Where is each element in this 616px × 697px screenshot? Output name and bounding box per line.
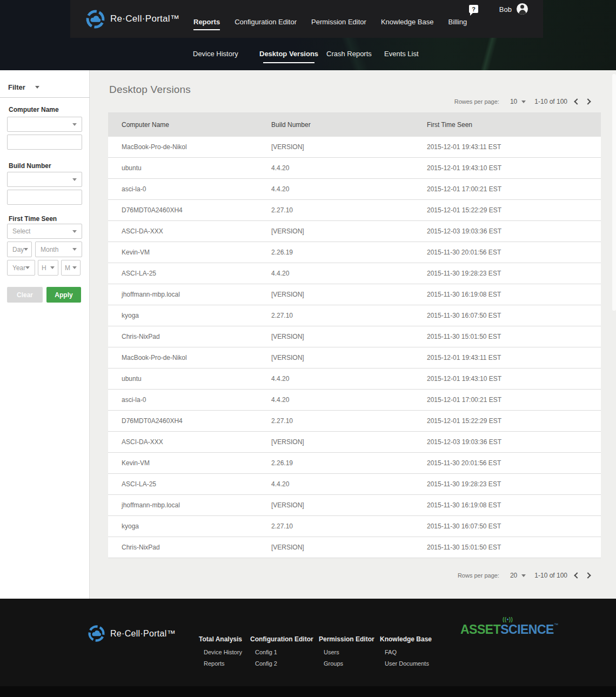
table-cell: 2015-12-01 15:22:29 EST (427, 417, 601, 425)
subnav-item-desktop-versions[interactable]: Desktop Versions (259, 50, 318, 58)
footer-link-reports[interactable]: Reports (204, 660, 242, 667)
table-row[interactable]: kyoga2.27.102015-11-30 16:07:50 EST (108, 516, 601, 537)
subnav-item-device-history[interactable]: Device History (193, 50, 238, 58)
table-cell: 4.4.20 (271, 375, 427, 383)
computer-name-input[interactable] (7, 135, 82, 150)
subnav-item-crash-reports[interactable]: Crash Reports (326, 50, 372, 58)
scrollbar[interactable] (612, 74, 616, 311)
table-row[interactable]: ASCI-LA-254.4.202015-11-30 19:28:23 EST (108, 474, 601, 495)
table-cell: 2015-11-30 20:01:56 EST (427, 249, 601, 256)
header-bar: Re·Cell·Portal™ ReportsConfiguration Edi… (70, 0, 543, 38)
brand[interactable]: Re·Cell·Portal™ (85, 9, 179, 29)
nav-item-billing[interactable]: Billing (448, 18, 467, 30)
table-cell: 2015-12-01 17:00:21 EST (427, 396, 601, 404)
table-cell: MacBook-Pro-de-Nikol (108, 354, 271, 361)
month-select[interactable]: Month (35, 242, 82, 257)
table-cell: 4.4.20 (271, 396, 427, 404)
table-row[interactable]: Chris-NixPad[VERSION]2015-11-30 15:01:50… (108, 537, 601, 558)
day-select[interactable]: Day (7, 242, 32, 257)
clear-button[interactable]: Clear (7, 287, 43, 303)
app: Re·Cell·Portal™ ReportsConfiguration Edi… (0, 0, 616, 697)
subnav-item-events-list[interactable]: Events List (384, 50, 419, 58)
table-row[interactable]: ubuntu4.4.202015-12-01 19:43:10 EST (108, 368, 601, 390)
table-cell: Chris-NixPad (108, 333, 271, 340)
column-header-first-time-seen[interactable]: First Time Seen (427, 121, 601, 129)
footer-link-user-documents[interactable]: User Documents (385, 660, 432, 667)
table-row[interactable]: asci-la-04.4.202015-12-01 17:00:21 EST (108, 179, 601, 200)
previous-page-button[interactable] (574, 98, 580, 104)
table-cell: 2015-12-01 15:22:29 EST (427, 206, 601, 214)
minute-select-value: M (65, 264, 70, 272)
table-cell: 2.26.19 (271, 459, 427, 467)
rows-per-page-select[interactable]: 20 (510, 572, 526, 579)
filter-title: Filter (8, 83, 25, 91)
first-time-seen-select[interactable]: Select (7, 224, 82, 239)
footer-link-users[interactable]: Users (324, 649, 374, 655)
assetscience-logo: ((•)) ASSETSCIENCE™ (460, 622, 558, 637)
table-row[interactable]: MacBook-Pro-de-Nikol[VERSION]2015-12-01 … (108, 137, 601, 158)
user-name[interactable]: Bob (499, 5, 512, 14)
antenna-icon: ((•)) (503, 616, 513, 622)
avatar[interactable] (517, 3, 528, 15)
rows-per-page-select[interactable]: 10 (510, 98, 526, 105)
table-row[interactable]: Kevin-VM2.26.192015-11-30 20:01:56 EST (108, 242, 601, 263)
table-row[interactable]: ASCI-DA-XXX[VERSION]2015-12-03 19:03:36 … (108, 432, 601, 453)
nav-item-knowledge-base[interactable]: Knowledge Base (381, 18, 434, 30)
table-cell: 2015-12-03 19:03:36 EST (427, 438, 601, 446)
main-content: Desktop Versions Rowes per page: 10 1-10… (90, 70, 616, 599)
table-row[interactable]: D76MDT0A2460XH42.27.102015-12-01 15:22:2… (108, 411, 601, 432)
rows-per-page-label: Rows per page: (458, 572, 499, 579)
year-select[interactable]: Year (7, 260, 35, 276)
build-number-select[interactable] (7, 172, 82, 187)
hour-select[interactable]: H (38, 260, 58, 276)
filter-header[interactable]: Filter (8, 83, 39, 91)
table-row[interactable]: Chris-NixPad[VERSION]2015-11-30 15:01:50… (108, 326, 601, 347)
table-cell: 2.27.10 (271, 522, 427, 530)
table-cell: 4.4.20 (271, 164, 427, 172)
nav-item-configuration-editor[interactable]: Configuration Editor (235, 18, 297, 30)
table-row[interactable]: asci-la-04.4.202015-12-01 17:00:21 EST (108, 390, 601, 411)
minute-select[interactable]: M (61, 260, 81, 276)
footer-link-config-1[interactable]: Config 1 (255, 649, 313, 655)
table-row[interactable]: jhoffmann-mbp.local[VERSION]2015-11-30 1… (108, 284, 601, 305)
table-row[interactable]: ubuntu4.4.202015-12-01 19:43:10 EST (108, 158, 601, 179)
chevron-down-icon (35, 86, 39, 89)
table-cell: asci-la-0 (108, 396, 271, 404)
table-cell: D76MDT0A2460XH4 (108, 206, 271, 214)
column-header-build-number[interactable]: Build Number (271, 121, 427, 129)
help-glyph: ? (472, 6, 476, 12)
footer-link-faq[interactable]: FAQ (385, 649, 432, 655)
footer-link-groups[interactable]: Groups (324, 660, 374, 667)
next-page-button[interactable] (585, 572, 591, 578)
table-cell: jhoffmann-mbp.local (108, 291, 271, 298)
table-row[interactable]: kyoga2.27.102015-11-30 16:07:50 EST (108, 305, 601, 326)
computer-name-label: Computer Name (9, 106, 59, 113)
previous-page-button[interactable] (574, 572, 580, 578)
chevron-down-icon (50, 266, 55, 269)
table-row[interactable]: Kevin-VM2.26.192015-11-30 20:01:56 EST (108, 453, 601, 474)
table-row[interactable]: ASCI-LA-254.4.202015-11-30 19:28:23 EST (108, 263, 601, 284)
column-header-computer-name[interactable]: Computer Name (108, 121, 271, 129)
nav-item-reports[interactable]: Reports (193, 18, 220, 30)
table-row[interactable]: MacBook-Pro-de-Nikol[VERSION]2015-12-01 … (108, 347, 601, 368)
nav-item-permission-editor[interactable]: Permission Editor (311, 18, 366, 30)
table-cell: [VERSION] (271, 227, 427, 235)
table-row[interactable]: D76MDT0A2460XH42.27.102015-12-01 15:22:2… (108, 200, 601, 221)
footer-link-device-history[interactable]: Device History (204, 649, 242, 655)
table-cell: [VERSION] (271, 333, 427, 340)
table-cell: 4.4.20 (271, 185, 427, 193)
table-row[interactable]: jhoffmann-mbp.local[VERSION]2015-11-30 1… (108, 495, 601, 516)
table-cell: 2015-11-30 16:07:50 EST (427, 522, 601, 530)
computer-name-select[interactable] (7, 117, 82, 132)
apply-button[interactable]: Apply (46, 287, 81, 303)
table-row[interactable]: ASCI-DA-XXX[VERSION]2015-12-03 19:03:36 … (108, 221, 601, 242)
page-range: 1-10 of 100 (534, 572, 567, 579)
build-number-input[interactable] (7, 190, 82, 205)
footer-bottom-strip (0, 686, 616, 697)
next-page-button[interactable] (585, 98, 591, 104)
brand-logo-icon (85, 9, 105, 29)
footer-link-config-2[interactable]: Config 2 (255, 660, 313, 667)
help-icon[interactable]: ? (469, 5, 478, 13)
year-hour-minute-row: Year H M (7, 260, 83, 276)
footer-brand[interactable]: Re·Cell·Portal™ (88, 625, 176, 642)
